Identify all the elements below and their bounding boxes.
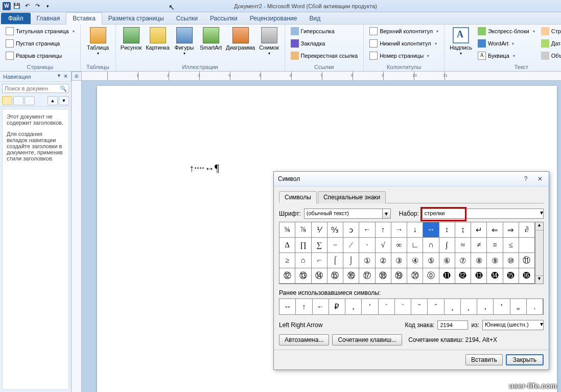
close-button[interactable]: Закрыть	[506, 354, 544, 365]
datetime-button[interactable]: Дата и время	[539, 38, 561, 49]
symbol-cell[interactable]: ⓮	[487, 268, 503, 284]
tab-view[interactable]: Вид	[303, 13, 326, 24]
textbox-button[interactable]: Надпись▾	[448, 26, 474, 61]
symbol-cell[interactable]: ∫	[439, 238, 455, 253]
symbol-cell[interactable]: ⑭	[312, 268, 328, 284]
symbol-cell[interactable]: ⓬	[455, 268, 471, 284]
symbol-cell[interactable]: ③	[391, 253, 407, 268]
nav-view-prev[interactable]: ▲	[48, 96, 58, 105]
symbol-cell[interactable]: ⑪	[519, 253, 535, 268]
nav-view-pages[interactable]	[13, 96, 24, 105]
symbol-cell[interactable]: ↑	[376, 222, 391, 238]
recent-symbol-cell[interactable]: ˜	[411, 299, 428, 314]
symbol-cell[interactable]: ⅝	[279, 222, 295, 238]
tab-special-chars[interactable]: Специальные знаки	[318, 191, 386, 203]
vertical-ruler[interactable]	[72, 81, 82, 392]
symbol-cell[interactable]: ⑬	[295, 268, 311, 284]
tab-file[interactable]: Файл	[1, 13, 31, 24]
symbol-cell[interactable]: ⌐	[312, 253, 328, 268]
bookmark-button[interactable]: Закладка	[288, 38, 361, 49]
grid-scroll-down[interactable]: ▼	[535, 275, 543, 284]
symbol-cell[interactable]: ɔ	[343, 222, 359, 238]
symbol-cell[interactable]: ⌂	[295, 253, 311, 268]
recent-symbol-cell[interactable]: ‚	[477, 299, 494, 314]
hyperlink-button[interactable]: Гиперссылка	[288, 26, 361, 37]
clipart-button[interactable]: Картинка	[145, 26, 171, 58]
symbol-cell[interactable]: ⇒	[503, 222, 519, 238]
symbol-cell[interactable]: ⌠	[328, 253, 343, 268]
dialog-help-icon[interactable]: ?	[521, 175, 530, 183]
table-button[interactable]: Таблица▾	[84, 26, 112, 58]
symbol-cell[interactable]: ⑮	[328, 268, 343, 284]
tab-references[interactable]: Ссылки	[170, 13, 204, 24]
shortcut-key-button[interactable]: Сочетание клавиш...	[332, 334, 402, 345]
pagenumber-button[interactable]: Номер страницы	[367, 50, 441, 61]
dropcap-button[interactable]: AБуквица	[475, 50, 537, 61]
symbol-cell[interactable]: ⅟	[312, 222, 328, 238]
subset-dropdown-icon[interactable]: ▾	[540, 209, 543, 218]
symbol-cell[interactable]: ⑯	[343, 268, 359, 284]
symbol-cell[interactable]: ↓	[407, 222, 423, 238]
recent-symbol-cell[interactable]: ‛	[494, 299, 510, 314]
subset-select[interactable]: стрелки ▾	[422, 209, 544, 219]
symbol-cell[interactable]: ⑱	[376, 268, 391, 284]
symbol-cell[interactable]: ≤	[503, 238, 519, 253]
recent-symbol-cell[interactable]: '	[362, 299, 378, 314]
symbol-cell[interactable]: ⓰	[519, 268, 535, 284]
recent-symbol-cell[interactable]: ,	[345, 299, 362, 314]
smartart-button[interactable]: SmartArt	[198, 26, 224, 58]
symbol-cell[interactable]: ⑫	[279, 268, 295, 284]
code-input[interactable]	[437, 320, 468, 330]
symbol-cell[interactable]: ⑳	[407, 268, 423, 284]
picture-button[interactable]: Рисунок	[119, 26, 144, 58]
quickparts-button[interactable]: Экспресс-блоки	[475, 26, 537, 37]
symbol-cell[interactable]: ≈	[455, 238, 471, 253]
symbol-cell[interactable]: ⑨	[487, 253, 503, 268]
symbol-cell[interactable]: ⓭	[471, 268, 487, 284]
nav-close-icon[interactable]: ✕	[63, 73, 68, 80]
symbol-cell[interactable]: ④	[407, 253, 423, 268]
symbol-cell[interactable]: √	[376, 238, 391, 253]
symbol-cell[interactable]: ⑧	[471, 253, 487, 268]
symbol-cell[interactable]: ⓯	[503, 268, 519, 284]
tab-insert[interactable]: Вставка	[66, 12, 102, 25]
cover-page-button[interactable]: Титульная страница	[3, 26, 77, 37]
search-icon[interactable]: 🔍	[58, 84, 68, 93]
object-button[interactable]: Объект	[539, 50, 561, 61]
horizontal-ruler[interactable]: 1234567891011	[82, 72, 561, 81]
nav-view-headings[interactable]	[2, 96, 12, 105]
symbol-cell[interactable]: ∏	[295, 238, 311, 253]
blank-page-button[interactable]: Пустая страница	[3, 38, 77, 49]
symbol-cell[interactable]: ∙	[359, 238, 375, 253]
autocorrect-button[interactable]: Автозамена...	[279, 334, 329, 345]
symbol-cell[interactable]: ≡	[487, 238, 503, 253]
font-dropdown-icon[interactable]: ▾	[382, 209, 390, 218]
recent-symbol-cell[interactable]: ˛	[461, 299, 477, 314]
recent-symbol-cell[interactable]: ↔	[279, 299, 296, 314]
symbol-cell[interactable]: ⑤	[423, 253, 439, 268]
symbol-cell[interactable]: ②	[376, 253, 391, 268]
screenshot-button[interactable]: Снимок▾	[257, 26, 282, 58]
symbol-cell[interactable]: ⌡	[343, 253, 359, 268]
footer-button[interactable]: Нижний колонтитул	[367, 38, 441, 49]
word-app-icon[interactable]: W	[2, 2, 11, 11]
tab-pagelayout[interactable]: Разметка страницы	[102, 13, 170, 24]
recent-symbol-cell[interactable]: `	[395, 299, 411, 314]
symbol-cell[interactable]	[519, 238, 535, 253]
symbol-cell[interactable]: ≥	[279, 253, 295, 268]
page-break-button[interactable]: Разрыв страницы	[3, 50, 77, 61]
recent-symbol-cell[interactable]: ←	[313, 299, 329, 314]
crossref-button[interactable]: Перекрестная ссылка	[288, 50, 361, 61]
shapes-button[interactable]: Фигуры▾	[172, 26, 197, 58]
qat-customize-icon[interactable]: ▾	[43, 2, 52, 11]
recent-symbol-cell[interactable]: ₽	[329, 299, 345, 314]
grid-scrollbar[interactable]	[535, 230, 543, 275]
symbol-cell[interactable]: ⑰	[359, 268, 375, 284]
symbol-cell[interactable]: ↔	[423, 222, 439, 238]
chart-button[interactable]: Диаграмма	[225, 26, 256, 58]
symbol-cell[interactable]: ∕	[343, 238, 359, 253]
symbol-cell[interactable]: ⅞	[295, 222, 311, 238]
nav-search-input[interactable]	[3, 84, 58, 93]
recent-symbol-cell[interactable]: ¸	[445, 299, 461, 314]
nav-view-next[interactable]: ▼	[59, 96, 69, 105]
